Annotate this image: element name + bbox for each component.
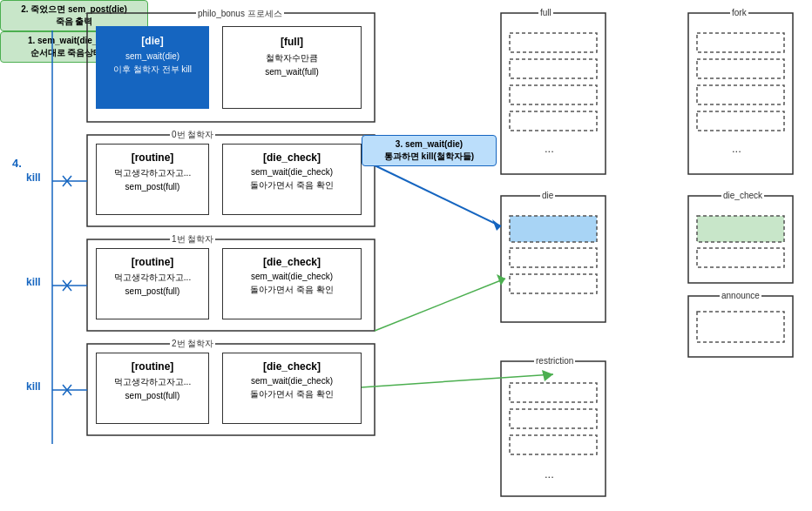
full-cell: [full] 철학자수만큼 sem_wait(full) (222, 26, 362, 109)
canvas: philo_bonus 프로세스 [die] sem_wait(die) 이후 … (0, 0, 812, 511)
announce-sem-label: announce (720, 291, 761, 300)
svg-rect-17 (697, 111, 784, 131)
die-sem-label: die (540, 191, 555, 200)
svg-rect-25 (510, 409, 597, 428)
svg-rect-12 (510, 85, 597, 104)
restriction-ellipsis: ... (545, 467, 554, 481)
svg-line-31 (63, 176, 71, 186)
routine-0-cell: [routine] 먹고생각하고자고... sem_post(full) (96, 144, 209, 215)
philosopher-2-label: 2번 철학자 (170, 338, 215, 350)
svg-marker-42 (497, 274, 505, 286)
kill-1-label: kill (26, 276, 41, 288)
fork-sem-label: fork (730, 8, 748, 17)
svg-rect-19 (510, 248, 597, 267)
svg-rect-16 (697, 85, 784, 104)
routine-1-cell: [routine] 먹고생각하고자고... sem_post(full) (96, 248, 209, 319)
svg-line-33 (63, 280, 71, 291)
die-check-0-cell: [die_check] sem_wait(die_check) 돌아가면서 죽음… (222, 144, 362, 215)
philo-bonus-label: philo_bonus 프로세스 (196, 8, 284, 20)
step-4-label: 4. (12, 157, 22, 170)
svg-rect-13 (510, 111, 597, 131)
svg-line-35 (63, 385, 71, 395)
svg-rect-24 (510, 383, 597, 402)
restriction-sem-label: restriction (534, 356, 575, 366)
svg-marker-38 (492, 219, 501, 231)
svg-line-36 (63, 385, 71, 395)
philosopher-0-label: 0번 철학자 (170, 129, 215, 141)
svg-line-34 (63, 280, 71, 291)
svg-rect-10 (510, 33, 597, 52)
fork-ellipsis: ... (732, 142, 741, 155)
die-check-2-cell: [die_check] sem_wait(die_check) 돌아가면서 죽음… (222, 353, 362, 424)
full-sem-label: full (538, 8, 553, 17)
die-cell: [die] sem_wait(die) 이후 철학자 전부 kill (96, 26, 209, 109)
svg-line-32 (63, 176, 71, 186)
svg-rect-26 (510, 435, 597, 454)
svg-rect-15 (697, 59, 784, 78)
svg-line-41 (375, 279, 505, 331)
svg-rect-22 (697, 248, 784, 267)
svg-rect-18 (510, 216, 597, 242)
kill-2-label: kill (26, 380, 41, 393)
svg-marker-40 (542, 370, 553, 381)
philosopher-1-label: 1번 철학자 (170, 233, 215, 245)
svg-rect-11 (510, 59, 597, 78)
svg-rect-20 (510, 274, 597, 293)
svg-rect-6 (501, 196, 606, 322)
svg-rect-8 (688, 296, 793, 357)
svg-line-37 (375, 165, 501, 226)
svg-rect-14 (697, 33, 784, 52)
die-check-1-cell: [die_check] sem_wait(die_check) 돌아가면서 죽음… (222, 248, 362, 319)
svg-rect-23 (697, 312, 784, 342)
die-check-sem-label: die_check (721, 191, 764, 200)
step-3-annotation: 3. sem_wait(die)통과하면 kill(철학자들) (362, 135, 497, 166)
svg-rect-7 (688, 196, 793, 283)
routine-2-cell: [routine] 먹고생각하고자고... sem_post(full) (96, 353, 209, 424)
kill-0-label: kill (26, 171, 41, 184)
svg-rect-21 (697, 216, 784, 242)
full-ellipsis: ... (545, 142, 554, 155)
